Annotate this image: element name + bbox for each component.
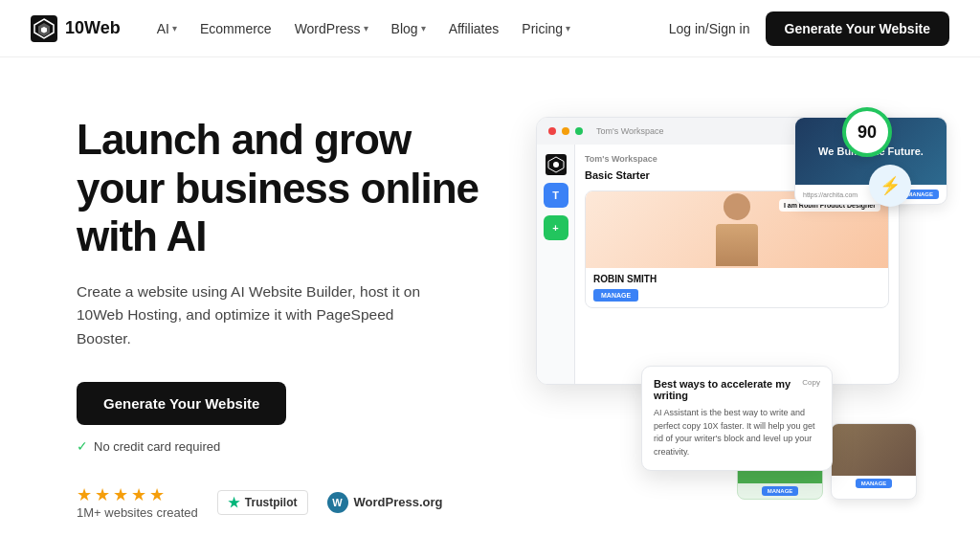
lightning-icon: ⚡	[880, 175, 901, 196]
profile-manage-button[interactable]: MANAGE	[593, 289, 638, 302]
nav-item-affiliates[interactable]: Affiliates	[439, 15, 509, 42]
social-proof: ★ ★ ★ ★ ★ 1M+ websites created ★ Trustpi…	[77, 484, 498, 520]
lightning-badge: ⚡	[869, 165, 911, 207]
sidebar-item-1: T	[544, 183, 568, 208]
brand-name: 10Web	[65, 18, 121, 38]
nav-generate-button[interactable]: Generate Your Website	[766, 11, 950, 46]
logo[interactable]: 10Web	[31, 15, 121, 42]
ideas-card-footer: MANAGE	[738, 483, 822, 499]
svg-point-2	[553, 162, 559, 168]
person-card-image	[832, 424, 916, 476]
nav-item-ecommerce[interactable]: Ecommerce	[190, 15, 281, 42]
chevron-down-icon: ▾	[566, 23, 570, 34]
chevron-down-icon: ▾	[172, 23, 177, 34]
person-card-footer: MANAGE	[832, 476, 916, 491]
sidebar-item-2: +	[544, 215, 568, 240]
ideas-manage-button[interactable]: MANAGE	[762, 486, 799, 496]
chevron-down-icon: ▾	[421, 23, 426, 34]
navbar-right: Log in/Sign in Generate Your Website	[669, 11, 949, 46]
websites-count: 1M+ websites created	[77, 505, 198, 520]
stars-rating: ★ ★ ★ ★ ★ 1M+ websites created	[77, 484, 198, 520]
profile-card: I am Robin Product Designer ROBIN SMITH …	[585, 190, 889, 308]
trustpilot-star-icon: ★	[228, 495, 240, 510]
person-card: MANAGE	[831, 423, 917, 500]
person-manage-button[interactable]: MANAGE	[856, 479, 893, 488]
hero-generate-button[interactable]: Generate Your Website	[77, 382, 286, 425]
nav-links: AI ▾ Ecommerce WordPress ▾ Blog ▾ Affili…	[147, 15, 580, 42]
ai-card-title: Best ways to accelerate my writing	[654, 378, 802, 401]
window-minimize-dot	[562, 127, 569, 135]
ai-assistant-card: Best ways to accelerate my writing Copy …	[641, 366, 833, 471]
login-button[interactable]: Log in/Sign in	[669, 21, 750, 36]
navbar-left: 10Web AI ▾ Ecommerce WordPress ▾ Blog ▾ …	[31, 15, 580, 42]
hero-right-mockup: 90 ⚡ Tom's Workspace T	[517, 88, 949, 528]
star-1: ★	[77, 484, 92, 505]
score-badge: 90	[842, 107, 892, 157]
nav-item-wordpress[interactable]: WordPress ▾	[285, 15, 378, 42]
profile-info: ROBIN SMITH MANAGE	[586, 268, 888, 307]
star-4: ★	[131, 484, 146, 505]
trustpilot-badge: ★ Trustpilot	[217, 490, 308, 515]
site-url: https://archita.com	[803, 191, 858, 198]
star-icons: ★ ★ ★ ★ ★	[77, 484, 198, 505]
window-maximize-dot	[575, 127, 583, 135]
wordpress-badge: W WordPress.org	[327, 492, 443, 513]
no-credit-card-notice: ✓ No credit card required	[77, 438, 498, 454]
logo-icon	[31, 15, 57, 42]
nav-item-pricing[interactable]: Pricing ▾	[512, 15, 580, 42]
star-2: ★	[95, 484, 110, 505]
nav-item-ai[interactable]: AI ▾	[147, 15, 187, 42]
window-close-dot	[548, 127, 556, 135]
copy-button[interactable]: Copy	[802, 378, 820, 401]
check-icon: ✓	[77, 438, 88, 454]
navbar: 10Web AI ▾ Ecommerce WordPress ▾ Blog ▾ …	[0, 0, 980, 57]
chevron-down-icon: ▾	[364, 23, 368, 34]
nav-item-blog[interactable]: Blog ▾	[382, 15, 435, 42]
window-title: Tom's Workspace	[596, 126, 664, 136]
window-sidebar: T +	[537, 145, 575, 384]
star-3: ★	[113, 484, 128, 505]
sidebar-logo-icon	[546, 154, 567, 175]
wordpress-icon: W	[327, 492, 348, 513]
star-5: ★	[149, 484, 165, 505]
hero-left: Launch and grow your business online wit…	[77, 97, 498, 520]
hero-description: Create a website using AI Website Builde…	[77, 280, 440, 351]
hero-section: Launch and grow your business online wit…	[0, 57, 980, 559]
ai-card-header: Best ways to accelerate my writing Copy	[654, 378, 820, 401]
profile-name: ROBIN SMITH	[593, 274, 880, 284]
ai-card-body: AI Assistant is the best way to write an…	[654, 407, 820, 458]
hero-title: Launch and grow your business online wit…	[77, 116, 498, 261]
